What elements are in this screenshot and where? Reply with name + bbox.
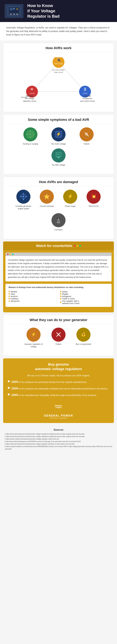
counterfeit-text: Counterfeit voltage regulators are manuf… bbox=[8, 258, 109, 279]
buy-point-2: 100% of our products are individually se… bbox=[8, 386, 109, 391]
damage-short: 💥 Short circuit bbox=[84, 190, 104, 210]
bullet bbox=[8, 291, 10, 292]
svg-text:GENERAL: GENERAL bbox=[55, 405, 62, 406]
svg-rect-50 bbox=[20, 196, 22, 197]
short-label: Short circuit bbox=[88, 205, 98, 208]
failure-icon: ⚙ bbox=[80, 127, 94, 142]
surge-label: Power surge bbox=[65, 205, 75, 208]
generator-title: What they can do to your generator bbox=[3, 315, 114, 324]
avr-diagram-svg: 🔌 Power Supply from the rectifier main c… bbox=[20, 57, 98, 98]
voltage-high-icon: ⚡ bbox=[52, 127, 66, 142]
logo-subtext: THE REAL COMPANY bbox=[49, 417, 68, 419]
svg-rect-51 bbox=[26, 196, 27, 197]
bullet-2 bbox=[8, 387, 10, 389]
avr-control-label: Controlcomparisonand control circuit bbox=[77, 95, 98, 102]
svg-rect-40 bbox=[58, 158, 59, 158]
list-item: banggood bbox=[60, 295, 108, 298]
svg-line-11 bbox=[58, 62, 85, 92]
svg-point-60 bbox=[57, 221, 60, 223]
gen-burnout-icon: 💰 bbox=[76, 328, 90, 342]
surge-icon: ⚡ bbox=[63, 190, 77, 204]
failure-label: Failure bbox=[84, 143, 90, 145]
svg-line-10 bbox=[32, 62, 58, 92]
dot-yellow bbox=[76, 245, 78, 247]
svg-point-2 bbox=[10, 14, 12, 15]
bullet bbox=[8, 298, 10, 299]
engine-icon bbox=[16, 190, 30, 204]
dot-red bbox=[74, 245, 76, 247]
svg-text:💥: 💥 bbox=[91, 194, 96, 199]
bullet bbox=[60, 302, 61, 303]
buy-point-1: 100% of our products are purchased direc… bbox=[8, 380, 109, 384]
list-item: joyfay bbox=[60, 290, 108, 293]
bullet bbox=[8, 293, 10, 294]
counterfeit-title-text: Watch for counterfeits bbox=[36, 244, 72, 248]
list-item: alibaba bbox=[8, 290, 57, 293]
svg-text:Sensing: Sensing bbox=[30, 92, 35, 94]
svg-text:main circuit: main circuit bbox=[54, 71, 63, 73]
symptom-failure: ⚙ Failure bbox=[74, 127, 99, 145]
dot-green-bar bbox=[12, 254, 14, 255]
avr-section-title: How AVRs work bbox=[3, 43, 114, 52]
page-header: How to Know if Your Voltage Regulator is… bbox=[0, 0, 117, 22]
page-title: How to Know if Your Voltage Regulator is… bbox=[24, 3, 60, 19]
dot-green bbox=[79, 245, 81, 247]
counterfeit-browser: Counterfeit voltage regulators are manuf… bbox=[6, 252, 112, 282]
svg-text:💰: 💰 bbox=[81, 332, 86, 336]
source-6: 6 https://support.welband.com/article/el… bbox=[5, 445, 112, 450]
bullet bbox=[60, 296, 61, 297]
list-item: aliexpress bbox=[8, 300, 57, 302]
list-item: amazon bbox=[8, 295, 57, 298]
list-item: dhgate bbox=[60, 293, 108, 295]
sources-section: Sources 1 https://www.electricalschool.i… bbox=[0, 425, 117, 455]
voltage-high-label: Too much voltage bbox=[51, 143, 66, 145]
buy-point-2-text: 100% of our products are individually se… bbox=[11, 386, 108, 391]
svg-text:⚡: ⚡ bbox=[56, 132, 61, 136]
symptom-voltage-low: Too little voltage bbox=[46, 148, 71, 166]
buy-section: Buy genuine automatic voltage regulators… bbox=[3, 358, 114, 423]
svg-line-42 bbox=[58, 154, 58, 155]
browser-bar bbox=[6, 252, 112, 256]
svg-point-62 bbox=[59, 218, 60, 219]
logo-diamond: GENERAL POWER bbox=[52, 400, 65, 413]
gen-burnout-label: Burn out generator bbox=[76, 343, 91, 346]
list-item: made in china bbox=[60, 298, 108, 300]
buy-title: Buy genuine automatic voltage regulators bbox=[8, 362, 109, 371]
counterfeit-body: Counterfeit voltage regulators are manuf… bbox=[6, 256, 112, 282]
symptom-voltage-high: ⚡ Too much voltage bbox=[46, 127, 71, 145]
voltage-low-icon bbox=[52, 148, 66, 162]
list-col1: alibaba ebay amazon tradekey aliexpress bbox=[8, 290, 57, 304]
browser-dots bbox=[74, 245, 81, 247]
voltage-low-label: Too little voltage bbox=[52, 164, 65, 166]
short-icon: 💥 bbox=[86, 190, 100, 204]
damaged-title: How AVRs are damaged bbox=[3, 177, 114, 186]
svg-line-41 bbox=[57, 154, 58, 155]
buy-point-1-text: 100% of our products are purchased direc… bbox=[11, 380, 87, 384]
bullet bbox=[8, 300, 10, 302]
gen-voltage-label: Improper regulation of voltage bbox=[24, 343, 44, 348]
list-header: Beware of listings from non-authorized f… bbox=[8, 286, 108, 288]
dot-red-bar bbox=[7, 254, 8, 255]
list-col2: joyfay dhgate banggood made in china Any… bbox=[60, 290, 108, 304]
source-3: 3 https://power.military.info/articles/a… bbox=[5, 438, 112, 440]
list-item: ebay bbox=[8, 293, 57, 295]
svg-rect-49 bbox=[23, 198, 24, 200]
svg-rect-38 bbox=[56, 152, 61, 157]
list-item: Any supplier with awebsite from China bbox=[60, 300, 108, 304]
buy-points-list: 100% of our products are purchased direc… bbox=[8, 380, 109, 397]
gen-failure: Failure bbox=[48, 328, 69, 348]
svg-text:⚡: ⚡ bbox=[31, 332, 36, 337]
gen-voltage-icon: ⚡ bbox=[26, 328, 40, 342]
svg-line-44 bbox=[59, 154, 60, 155]
corrosion-label: Corrosion bbox=[54, 228, 62, 231]
gen-voltage: ⚡ Improper regulation of voltage bbox=[24, 328, 44, 348]
hunting-label: Hunting or surging bbox=[23, 143, 38, 145]
damage-engine: Unstable generator engine speed bbox=[13, 190, 34, 210]
corrosion-icon bbox=[52, 213, 66, 227]
source-2: 2 https://www.electricalschool.info/auto… bbox=[5, 435, 112, 438]
svg-text:from the rectifier: from the rectifier bbox=[52, 69, 65, 71]
symptoms-section: Some simple symptoms of a bad AVR Huntin… bbox=[3, 114, 114, 174]
source-5: 5 https://www.electricalschool.info/auto… bbox=[5, 443, 112, 445]
gen-failure-label: Failure bbox=[56, 343, 62, 346]
svg-text:Control: Control bbox=[83, 92, 87, 94]
